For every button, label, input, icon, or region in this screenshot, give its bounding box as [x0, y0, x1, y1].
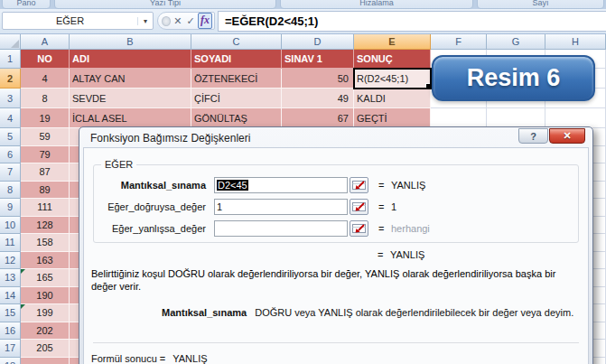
- cell-B1[interactable]: ADI: [70, 50, 191, 69]
- cell-A3[interactable]: 8: [21, 89, 70, 108]
- ribbon-group-label: Hizalama: [359, 0, 394, 7]
- column-header-F[interactable]: F: [431, 34, 487, 50]
- row-header-6[interactable]: 6: [0, 146, 21, 164]
- column-header-G[interactable]: G: [487, 34, 545, 50]
- value-if-true-input[interactable]: 1: [214, 199, 348, 215]
- cell-C1[interactable]: SOYADI: [191, 50, 282, 69]
- logical-test-input[interactable]: D2<45: [214, 177, 348, 193]
- cell-E3[interactable]: KALDI: [354, 89, 431, 108]
- cancel-icon[interactable]: ✕: [172, 15, 183, 27]
- formula-bar[interactable]: =EĞER(D2<45;1): [218, 11, 606, 32]
- parameter-help-text: DOĞRU veya YANLIŞ olarak değerlendirileb…: [255, 307, 573, 318]
- cell-C4[interactable]: GÖNÜLTAŞ: [191, 108, 282, 128]
- cell-A1[interactable]: NO: [21, 50, 70, 69]
- cell-B4[interactable]: İCLAL ASEL: [70, 108, 191, 128]
- column-header-H[interactable]: H: [545, 34, 606, 50]
- cell-A6[interactable]: 79: [21, 146, 70, 164]
- logical-test-value: D2<45: [217, 180, 248, 191]
- cell-A10[interactable]: 128: [21, 217, 70, 235]
- cell-A11[interactable]: 158: [21, 234, 70, 252]
- equals-sign: =: [378, 201, 387, 212]
- row-header-8[interactable]: 8: [0, 182, 21, 200]
- enter-icon[interactable]: ✓: [185, 15, 196, 27]
- formula-result-line: Formül sonucu = YANLIŞ: [91, 353, 581, 364]
- row-header-13[interactable]: 13: [0, 269, 21, 287]
- cell-A4[interactable]: 19: [21, 108, 70, 128]
- cell-A2[interactable]: 4: [21, 69, 70, 89]
- collapse-dialog-icon[interactable]: [350, 199, 368, 215]
- cell-A12[interactable]: 163: [21, 252, 70, 270]
- insert-function-icon[interactable]: fx: [198, 13, 212, 29]
- formula-buttons: ✕ ✓ fx: [157, 12, 215, 30]
- row-header-14[interactable]: 14: [0, 287, 21, 305]
- row-header-15[interactable]: 15: [0, 304, 21, 322]
- value-if-true-value: 1: [217, 201, 222, 212]
- logical-test-result: YANLIŞ: [391, 180, 425, 191]
- cell-D2[interactable]: 50: [282, 69, 354, 89]
- cell-C2[interactable]: ÖZTENEKECİ: [191, 69, 282, 89]
- cell-F4[interactable]: [431, 108, 487, 128]
- ribbon-group-hizalama[interactable]: Hizalama: [280, 0, 473, 9]
- cell-A17[interactable]: 205: [21, 340, 70, 358]
- formula-row: EĞER ▾ ✕ ✓ fx =EĞER(D2<45;1): [0, 9, 606, 34]
- name-box[interactable]: EĞER ▾: [2, 12, 154, 30]
- help-button[interactable]: ?: [518, 128, 548, 144]
- column-header-E[interactable]: E: [354, 34, 431, 50]
- row-header-17[interactable]: 17: [0, 340, 21, 358]
- row-header-10[interactable]: 10: [0, 217, 21, 235]
- cell-D1[interactable]: SINAV 1: [282, 50, 354, 69]
- row-header-4[interactable]: 4: [0, 108, 21, 128]
- row-header-9[interactable]: 9: [0, 199, 21, 217]
- collapse-dialog-icon[interactable]: [350, 220, 368, 237]
- cell-E1[interactable]: SONUÇ: [354, 50, 431, 69]
- cell-E2[interactable]: R(D2<45;1): [354, 69, 431, 89]
- cell-E4[interactable]: GEÇTİ: [354, 108, 431, 128]
- cell-H4[interactable]: [545, 108, 606, 128]
- cell-A14[interactable]: 190: [21, 287, 70, 305]
- cell-G4[interactable]: [487, 108, 545, 128]
- function-arguments-dialog: Fonksiyon Bağımsız Değişkenleri ? ✕ EĞER…: [79, 126, 593, 364]
- field-row-value-if-false: Eğer_yanlışsa_değer = herhangi: [99, 219, 573, 237]
- row-header-5[interactable]: 5: [0, 128, 21, 146]
- cell-A15[interactable]: 199: [21, 304, 70, 322]
- formula-result-value: YANLIŞ: [172, 353, 207, 364]
- cell-B2[interactable]: ALTAY CAN: [70, 69, 191, 89]
- row-header-3[interactable]: 3: [0, 89, 21, 108]
- field-row-logical-test: Mantıksal_sınama D2<45 = YANLIŞ: [99, 176, 573, 193]
- ribbon-group-pano[interactable]: Pano: [2, 0, 51, 9]
- equals-sign: =: [378, 223, 387, 234]
- value-if-false-input[interactable]: [214, 220, 348, 237]
- overall-result-value: YANLIŞ: [390, 249, 424, 260]
- column-header-A[interactable]: A: [21, 34, 70, 50]
- cell-A18[interactable]: [21, 358, 70, 364]
- ribbon-group-sayi[interactable]: Sayı: [477, 0, 604, 9]
- collapse-dialog-icon[interactable]: [350, 177, 368, 193]
- row-header-12[interactable]: 12: [0, 252, 21, 270]
- column-header-D[interactable]: D: [282, 34, 354, 50]
- cell-B3[interactable]: SEVDE: [70, 89, 191, 108]
- cell-A7[interactable]: 87: [21, 163, 70, 182]
- cell-A5[interactable]: 59: [21, 128, 70, 146]
- fill-handle[interactable]: [425, 83, 430, 88]
- row-header-11[interactable]: 11: [0, 234, 21, 252]
- row-header-7[interactable]: 7: [0, 163, 21, 182]
- row-header-1[interactable]: 1: [0, 50, 21, 69]
- cell-A8[interactable]: 89: [21, 182, 70, 200]
- ribbon-group-label: Yazı Tipi: [150, 0, 181, 7]
- ribbon-group-yazi-tipi[interactable]: Yazı Tipi: [54, 0, 276, 9]
- column-header-B[interactable]: B: [70, 34, 191, 50]
- cell-A16[interactable]: 202: [21, 322, 70, 341]
- cell-A13[interactable]: 165: [21, 269, 70, 287]
- select-all-corner[interactable]: [0, 34, 21, 50]
- column-header-C[interactable]: C: [191, 34, 282, 50]
- close-button[interactable]: ✕: [549, 128, 585, 144]
- cell-D4[interactable]: 67: [282, 108, 354, 128]
- cell-A9[interactable]: 111: [21, 199, 70, 217]
- row-header-16[interactable]: 16: [0, 322, 21, 341]
- row-header-18[interactable]: 18: [0, 358, 21, 364]
- cell-D3[interactable]: 49: [282, 89, 354, 108]
- cell-C3[interactable]: ÇİFCİ: [191, 89, 282, 108]
- resim-badge: Resim 6: [432, 55, 595, 101]
- row-header-2[interactable]: 2: [0, 69, 21, 89]
- name-box-dropdown-icon[interactable]: ▾: [137, 17, 153, 25]
